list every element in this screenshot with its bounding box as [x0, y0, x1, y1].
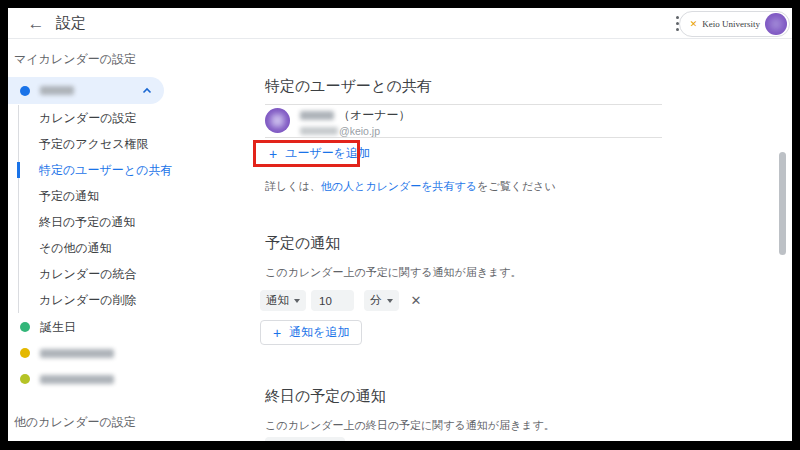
notification-setting-row: 通知 分 ✕ [260, 290, 421, 311]
back-arrow-icon[interactable]: ← [24, 12, 48, 36]
calendar-color-dot [20, 322, 30, 332]
page-title: 設定 [56, 14, 86, 33]
calendar-label: 誕生日 [40, 319, 76, 336]
sidebar-item-share-with-specific-users[interactable]: 特定のユーザーとの共有 [19, 157, 248, 183]
add-user-button[interactable]: + ユーザーを追加 [261, 143, 378, 164]
redacted-owner-name [300, 111, 334, 120]
sidebar-item-access-permissions[interactable]: 予定のアクセス権限 [19, 131, 248, 157]
unit-select-value: 分 [370, 293, 382, 308]
settings-sidebar: マイカレンダーの設定 カレンダーの設定 予定のアクセス権限 特定のユーザーとの共… [8, 39, 248, 441]
calendar-color-dot [20, 348, 30, 358]
help-suffix: をご覧ください [477, 180, 556, 192]
section-heading-notifications: 予定の通知 [265, 234, 340, 253]
calendar-color-dot [20, 86, 30, 96]
calendar-color-dot [20, 374, 30, 384]
notification-method-select[interactable]: 通知 [260, 290, 306, 311]
owner-role-label: （オーナー） [338, 107, 411, 124]
chevron-up-icon [142, 86, 152, 96]
sidebar-section-my-calendars: マイカレンダーの設定 [14, 51, 248, 68]
other-calendars-list [8, 439, 248, 441]
app-window: ← 設定 ✕ Keio University マイカレンダーの設定 カレンダーの… [8, 8, 792, 441]
scrollbar-thumb[interactable] [779, 152, 786, 255]
settings-main-panel: 特定のユーザーとの共有 （オーナー） @keio.jp + ユーザーを追加 詳し [253, 39, 683, 441]
partial-control-cutoff [265, 437, 345, 441]
calendar-settings-submenu: カレンダーの設定 予定のアクセス権限 特定のユーザーとの共有 予定の通知 終日の… [18, 105, 248, 313]
remove-notification-icon[interactable]: ✕ [411, 294, 422, 307]
divider [265, 104, 662, 105]
sidebar-selected-calendar[interactable] [8, 77, 164, 104]
sidebar-item-redacted-calendar[interactable] [8, 366, 248, 392]
sidebar-item-other-notifications[interactable]: その他の通知 [19, 235, 248, 261]
owner-avatar [265, 108, 290, 133]
method-select-value: 通知 [266, 293, 289, 308]
help-prefix: 詳しくは、 [265, 180, 321, 192]
redacted-calendar-name [40, 86, 74, 95]
add-notification-button[interactable]: + 通知を追加 [260, 320, 362, 345]
sidebar-item-birthdays[interactable]: 誕生日 [8, 314, 248, 340]
allday-description: このカレンダー上の終日の予定に関する通知が届きます。 [265, 418, 555, 433]
account-pill[interactable]: ✕ Keio University [679, 11, 790, 37]
account-name: Keio University [702, 19, 760, 29]
sidebar-item-redacted-calendar[interactable] [8, 439, 248, 441]
sidebar-section-other-calendars: 他のカレンダーの設定 [14, 414, 248, 431]
sidebar-item-calendar-integration[interactable]: カレンダーの統合 [19, 261, 248, 287]
sidebar-item-allday-notifications[interactable]: 終日の予定の通知 [19, 209, 248, 235]
email-domain: @keio.jp [339, 125, 380, 137]
keio-logo-icon: ✕ [690, 20, 698, 29]
sidebar-item-event-notifications[interactable]: 予定の通知 [19, 183, 248, 209]
shared-user-row: （オーナー） @keio.jp [265, 108, 411, 137]
add-user-label: ユーザーを追加 [285, 145, 370, 162]
add-notification-label: 通知を追加 [289, 324, 349, 341]
notification-minutes-input[interactable] [311, 290, 354, 311]
divider [265, 137, 662, 138]
notifications-description: このカレンダー上の予定に関する通知が届きます。 [265, 265, 522, 280]
plus-icon: + [273, 326, 281, 340]
notification-unit-select[interactable]: 分 [364, 290, 399, 311]
owner-email-line: @keio.jp [300, 125, 411, 137]
my-calendars-list: 誕生日 [8, 314, 248, 392]
sidebar-item-calendar-settings[interactable]: カレンダーの設定 [19, 105, 248, 131]
section-heading-sharing: 特定のユーザーとの共有 [265, 77, 432, 96]
sidebar-item-redacted-calendar[interactable] [8, 340, 248, 366]
redacted-calendar-name [40, 349, 114, 358]
plus-icon: + [269, 147, 277, 161]
share-calendar-help-link[interactable]: 他の人とカレンダーを共有する [321, 180, 477, 192]
sidebar-item-remove-calendar[interactable]: カレンダーの削除 [19, 287, 248, 313]
redacted-calendar-name [40, 375, 114, 384]
dropdown-caret-icon [294, 299, 300, 303]
sharing-help-text: 詳しくは、他の人とカレンダーを共有するをご覧ください [265, 179, 556, 194]
redacted-email-local [300, 127, 338, 135]
section-heading-allday: 終日の予定の通知 [265, 387, 386, 406]
owner-name-line: （オーナー） [300, 108, 411, 122]
user-avatar[interactable] [765, 13, 787, 35]
dropdown-caret-icon [387, 299, 393, 303]
settings-header: ← 設定 ✕ Keio University [8, 8, 792, 39]
